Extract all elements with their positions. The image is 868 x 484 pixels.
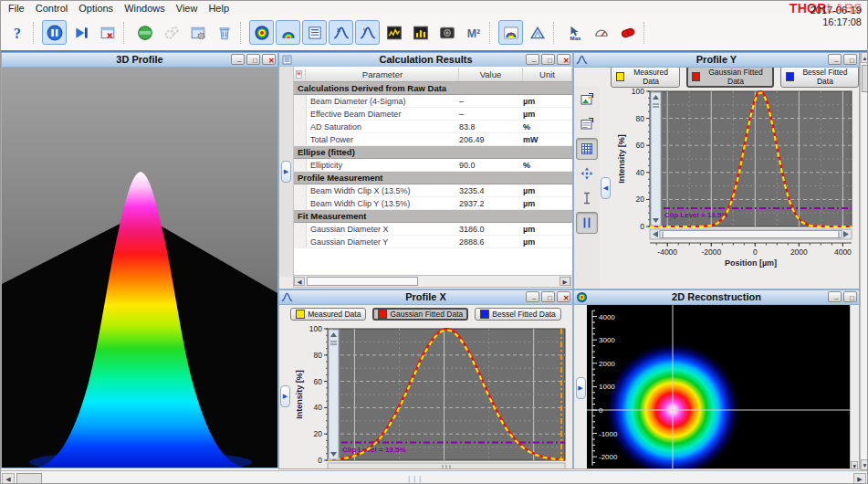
beam-3d-view[interactable] [2, 68, 277, 468]
help-button[interactable]: ? [5, 20, 29, 45]
expand-button[interactable]: ▶ [281, 161, 291, 183]
device-button[interactable] [132, 20, 157, 45]
panel-2d-titlebar[interactable]: 2D Reconstruction – □ [574, 290, 859, 305]
table-row[interactable]: AD Saturation83.8% [294, 121, 572, 133]
menu-windows[interactable]: Windows [120, 2, 173, 15]
bars-dark-button[interactable] [408, 20, 433, 45]
mountain-3d-button[interactable] [525, 20, 549, 45]
profile-x-chart[interactable]: 020406080100Intensity [%]Clip Level = 13… [291, 323, 570, 469]
ibeam-button[interactable] [576, 187, 598, 209]
wave-dark-button[interactable] [382, 20, 406, 45]
close-button[interactable]: ✕ [557, 54, 570, 65]
scrollbar-grip[interactable]: ∣∣∣ [407, 475, 424, 483]
profile-y-chart[interactable]: 020406080100Intensity [%]Clip Level = 13… [612, 86, 859, 289]
panel-px-titlebar[interactable]: Profile X – □ ✕ [279, 290, 572, 305]
pause-button[interactable] [42, 20, 67, 45]
svg-text:20: 20 [314, 429, 323, 438]
panel-3d-titlebar[interactable]: 3D Profile – □ ✕ [2, 53, 277, 68]
menu-view[interactable]: View [173, 2, 205, 15]
camera-dark-button[interactable] [434, 20, 459, 45]
param-cell: Beam Width Clip Y (13.5%) [307, 199, 459, 208]
table-row[interactable]: Effective Beam Diameter–µm [294, 108, 572, 121]
scroll-down-button[interactable]: ▼ [861, 459, 868, 470]
gears-button[interactable] [159, 20, 183, 45]
export-data-button[interactable] [576, 113, 598, 135]
scrollbar-thumb[interactable] [862, 65, 868, 92]
legend-bessel-fitted-data[interactable]: Bessel Fitted Data [780, 66, 859, 88]
m-squared-button[interactable]: M² [461, 20, 486, 45]
collapse-button[interactable]: ▶ [576, 377, 586, 399]
export-image-button[interactable] [576, 89, 598, 110]
scrollbar-thumb[interactable] [16, 473, 42, 484]
close-button[interactable]: ✕ [557, 291, 570, 302]
close-button[interactable]: ✕ [262, 54, 276, 65]
legend-gaussian-fitted-data[interactable]: Gaussian Fitted Data [686, 66, 774, 88]
curve-y-button[interactable]: y [355, 20, 380, 45]
settings-panel-button[interactable] [185, 20, 210, 45]
step-button[interactable] [68, 20, 93, 45]
menu-file[interactable]: File [5, 2, 32, 15]
maximize-button[interactable]: □ [843, 54, 857, 65]
beam-2d-view[interactable]: 40003000200010000-1000-2000 [587, 305, 850, 469]
max-pointer-button[interactable]: Max [562, 20, 587, 45]
maximize-button[interactable]: □ [843, 291, 857, 302]
legend-bessel-fitted-data[interactable]: Bessel Fitted Data [475, 308, 560, 321]
minimize-button[interactable]: – [526, 54, 539, 65]
table-header[interactable]: Parameter Value Unit [294, 67, 572, 82]
legend-swatch [296, 310, 305, 319]
menu-options[interactable]: Options [75, 2, 120, 15]
value-cell: 2888.6 [459, 237, 523, 247]
beam-2d-button[interactable] [498, 20, 523, 45]
minimize-button[interactable]: – [828, 291, 842, 302]
table-row[interactable]: Beam Width Clip Y (13.5%)2937.2µm [294, 197, 572, 210]
scroll-up-button[interactable]: ▲ [861, 52, 868, 63]
svg-text:100: 100 [632, 87, 644, 96]
menu-help[interactable]: Help [204, 2, 236, 15]
table-row[interactable]: Beam Width Clip X (13.5%)3235.4µm [294, 184, 572, 197]
menu-control[interactable]: Control [32, 2, 75, 15]
list-button[interactable] [302, 20, 327, 45]
target-button[interactable] [249, 20, 274, 45]
scroll-left-button[interactable]: ◀ [294, 277, 305, 286]
grid-button[interactable] [576, 138, 598, 160]
maximize-button[interactable]: □ [246, 54, 260, 65]
pill-button[interactable] [615, 20, 640, 45]
target-icon [576, 291, 588, 303]
legend-measured-data[interactable]: Measured Data [290, 308, 366, 321]
gauge-button[interactable] [589, 20, 613, 45]
scroll-right-button[interactable]: ▶ [559, 277, 570, 286]
trash-button[interactable] [212, 20, 236, 45]
panel-py-titlebar[interactable]: Profile Y – □ [574, 53, 859, 68]
export-data-icon [580, 117, 594, 132]
legend-gaussian-fitted-data[interactable]: Gaussian Fitted Data [372, 308, 468, 321]
legend-measured-data[interactable]: Measured Data [611, 66, 680, 88]
scroll-left-button[interactable]: ◀ [2, 473, 15, 484]
svg-text:-2000: -2000 [701, 247, 721, 257]
curve-x-button[interactable]: x [329, 20, 353, 45]
dual-cursor-button[interactable] [576, 212, 598, 234]
app-horizontal-scrollbar[interactable]: ◀ ∣∣∣ ▶ [1, 470, 867, 484]
panel-title: Profile Y [574, 53, 859, 67]
minimize-button[interactable]: – [828, 54, 842, 65]
table-row[interactable]: Gaussian Diameter Y2888.6µm [294, 236, 572, 248]
app-vertical-scrollbar[interactable]: ▲ ▼ [860, 52, 868, 470]
scrollbar-thumb[interactable] [307, 277, 418, 286]
scroll-right-button[interactable]: ▶ [853, 473, 866, 484]
table-row[interactable]: Ellipticity90.0% [294, 159, 572, 172]
table-row[interactable]: Beam Diameter (4-Sigma)–µm [294, 95, 572, 108]
recon-vertical-scrollbar[interactable]: ▼ [850, 305, 859, 469]
table-row[interactable]: Total Power206.49mW [294, 133, 572, 146]
minimize-button[interactable]: – [526, 291, 539, 302]
beam-hump-button[interactable] [276, 20, 300, 45]
scroll-down-button[interactable]: ▼ [851, 461, 858, 469]
minimize-button[interactable]: – [231, 54, 245, 65]
collapse-button[interactable]: ◀ [601, 177, 611, 199]
maximize-button[interactable]: □ [541, 291, 555, 302]
calc-horizontal-scrollbar[interactable]: ◀ ▶ [293, 275, 571, 288]
panel-calc-titlebar[interactable]: Calculation Results – □ ✕ [279, 53, 572, 68]
pan-button[interactable] [576, 163, 598, 184]
maximize-button[interactable]: □ [541, 54, 555, 65]
close-window-button[interactable] [95, 20, 120, 45]
collapse-button[interactable]: ▶ [280, 385, 290, 407]
table-row[interactable]: Gaussian Diameter X3186.0µm [294, 223, 572, 236]
